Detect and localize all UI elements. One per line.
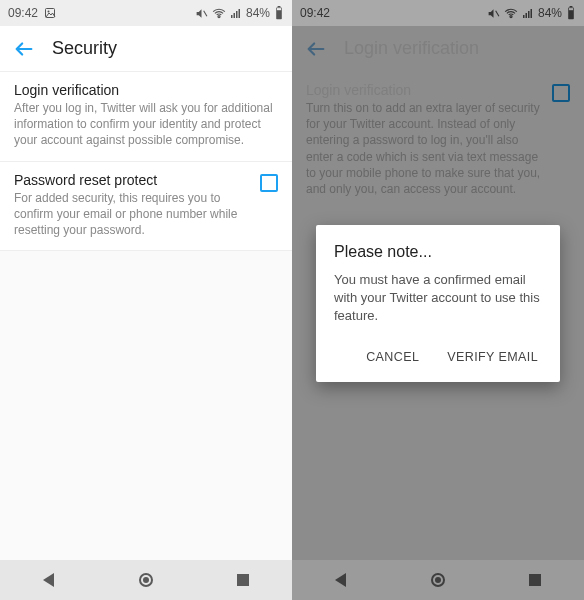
mute-icon: [487, 7, 500, 20]
battery-text: 84%: [246, 6, 270, 20]
svg-rect-6: [238, 9, 240, 18]
svg-point-1: [48, 11, 50, 13]
setting-password-reset-protect[interactable]: Password reset protect For added securit…: [0, 162, 292, 252]
verify-email-button[interactable]: VERIFY EMAIL: [443, 342, 542, 372]
nav-home-button[interactable]: [418, 560, 458, 600]
nav-recents-button[interactable]: [223, 560, 263, 600]
battery-icon: [566, 6, 576, 20]
mute-icon: [195, 7, 208, 20]
square-recents-icon: [529, 574, 541, 586]
svg-rect-11: [523, 15, 525, 18]
svg-rect-4: [233, 13, 235, 18]
nav-back-button[interactable]: [321, 560, 361, 600]
nav-back-button[interactable]: [29, 560, 69, 600]
svg-rect-12: [525, 13, 527, 18]
svg-rect-8: [278, 6, 281, 7]
dialog-body: You must have a confirmed email with you…: [334, 271, 542, 326]
svg-rect-17: [569, 8, 573, 10]
setting-title: Login verification: [14, 82, 278, 98]
setting-login-verification[interactable]: Login verification After you log in, Twi…: [0, 72, 292, 162]
password-reset-checkbox[interactable]: [260, 174, 278, 192]
arrow-left-icon: [13, 38, 35, 60]
svg-line-2: [204, 10, 207, 15]
image-icon: [44, 7, 56, 19]
svg-rect-13: [528, 11, 530, 18]
back-button[interactable]: [10, 35, 38, 63]
signal-icon: [230, 7, 242, 19]
battery-icon: [274, 6, 284, 20]
svg-rect-5: [236, 11, 238, 18]
triangle-back-icon: [43, 573, 54, 587]
phone-login-verification-screen: 09:42 84% Login verification: [292, 0, 584, 600]
app-header: Security: [0, 26, 292, 72]
cancel-button[interactable]: CANCEL: [362, 342, 423, 372]
triangle-back-icon: [335, 573, 346, 587]
phone-security-screen: 09:42 84% Security: [0, 0, 292, 600]
circle-home-icon: [431, 573, 445, 587]
clock-text: 09:42: [300, 6, 330, 20]
square-recents-icon: [237, 574, 249, 586]
svg-rect-16: [570, 6, 573, 7]
nav-recents-button[interactable]: [515, 560, 555, 600]
svg-rect-3: [231, 15, 233, 18]
page-title: Security: [52, 38, 117, 59]
battery-text: 84%: [538, 6, 562, 20]
svg-rect-9: [277, 8, 281, 10]
confirm-email-dialog: Please note... You must have a confirmed…: [316, 225, 560, 382]
settings-content: Login verification After you log in, Twi…: [0, 72, 292, 560]
setting-title: Password reset protect: [14, 172, 252, 188]
circle-home-icon: [139, 573, 153, 587]
status-bar: 09:42 84%: [292, 0, 584, 26]
signal-icon: [522, 7, 534, 19]
android-nav-bar: [0, 560, 292, 600]
wifi-icon: [212, 6, 226, 20]
clock-text: 09:42: [8, 6, 38, 20]
svg-rect-14: [530, 9, 532, 18]
nav-home-button[interactable]: [126, 560, 166, 600]
android-nav-bar: [292, 560, 584, 600]
setting-desc: After you log in, Twitter will ask you f…: [14, 100, 278, 149]
wifi-icon: [504, 6, 518, 20]
dialog-title: Please note...: [334, 243, 542, 261]
status-bar: 09:42 84%: [0, 0, 292, 26]
svg-line-10: [496, 10, 499, 15]
setting-desc: For added security, this requires you to…: [14, 190, 252, 239]
